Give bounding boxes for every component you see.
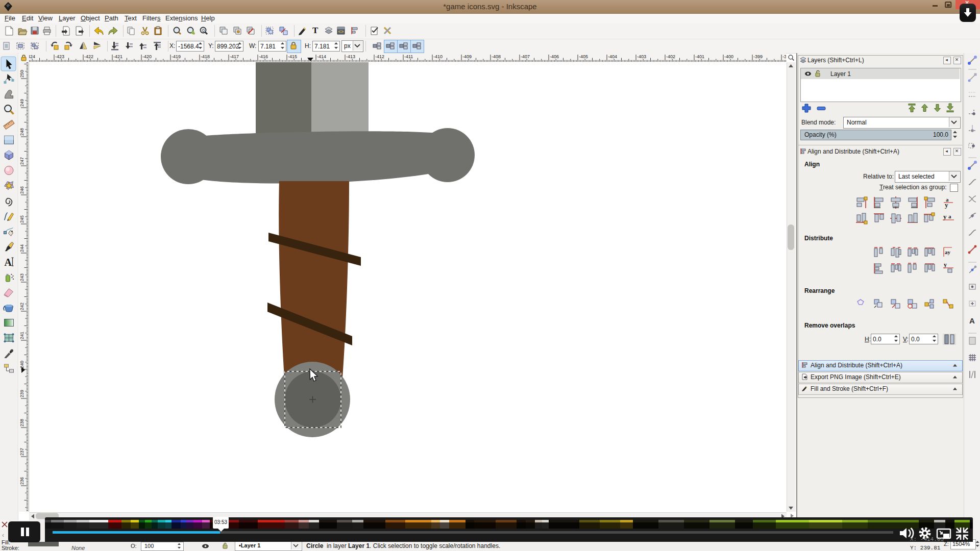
svg-text:-416: -416 — [259, 54, 268, 59]
svg-text:-399: -399 — [753, 54, 763, 59]
svg-text:ay: ay — [945, 249, 951, 255]
svg-text:245: 245 — [19, 215, 24, 223]
svg-text:-424: -424 — [29, 54, 35, 59]
svg-text:249: 249 — [19, 99, 24, 107]
svg-text:247: 247 — [19, 157, 24, 165]
svg-text:A: A — [969, 316, 975, 325]
svg-text:248: 248 — [19, 128, 24, 136]
svg-text:-415: -415 — [288, 54, 297, 59]
svg-text:-410: -410 — [433, 54, 443, 59]
svg-text:-408: -408 — [492, 54, 501, 59]
svg-text:-411: -411 — [404, 54, 413, 59]
svg-text:243: 243 — [19, 273, 24, 281]
svg-text:-419: -419 — [172, 54, 181, 59]
svg-text:T: T — [312, 26, 318, 35]
svg-text:-409: -409 — [462, 54, 472, 59]
svg-text:-407: -407 — [521, 54, 530, 59]
svg-text:239: 239 — [19, 390, 24, 397]
svg-text:-414: -414 — [317, 54, 326, 59]
svg-text:-404: -404 — [608, 54, 617, 59]
svg-text:-398: -398 — [782, 54, 786, 59]
svg-text:a: a — [948, 213, 951, 219]
svg-text:-412: -412 — [375, 54, 384, 59]
svg-text:237: 237 — [19, 448, 24, 456]
svg-text:-403: -403 — [637, 54, 646, 59]
svg-text:238: 238 — [19, 419, 24, 427]
svg-text:244: 244 — [19, 244, 24, 252]
svg-text:-401: -401 — [695, 54, 704, 59]
svg-text:-420: -420 — [142, 54, 152, 59]
svg-text:y: y — [945, 201, 948, 209]
svg-text:-418: -418 — [201, 54, 210, 59]
svg-text:-417: -417 — [230, 54, 239, 59]
svg-text:-402: -402 — [666, 54, 675, 59]
svg-text:236: 236 — [19, 477, 24, 485]
svg-text:-413: -413 — [346, 54, 355, 59]
svg-text:-406: -406 — [550, 54, 559, 59]
svg-text:242: 242 — [19, 303, 24, 310]
svg-text:<>: <> — [338, 30, 344, 35]
svg-text:241: 241 — [19, 332, 24, 339]
svg-text:-423: -423 — [55, 54, 64, 59]
svg-text:246: 246 — [19, 186, 24, 194]
svg-text:250: 250 — [19, 70, 24, 78]
svg-text:-422: -422 — [84, 54, 93, 59]
svg-text:Q: Q — [202, 29, 205, 33]
svg-text:A: A — [5, 257, 12, 268]
svg-text:y: y — [943, 213, 947, 220]
svg-text:-405: -405 — [579, 54, 588, 59]
svg-text:-421: -421 — [113, 54, 122, 59]
svg-text:y: y — [944, 262, 947, 268]
svg-text:-400: -400 — [724, 54, 733, 59]
svg-text:240: 240 — [19, 361, 24, 368]
